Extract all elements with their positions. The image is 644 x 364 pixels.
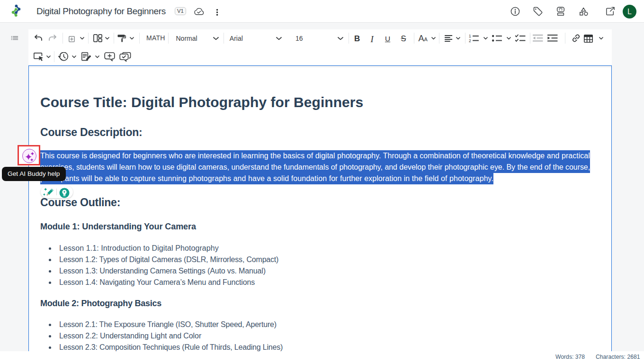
svg-text:2: 2 <box>469 38 471 43</box>
